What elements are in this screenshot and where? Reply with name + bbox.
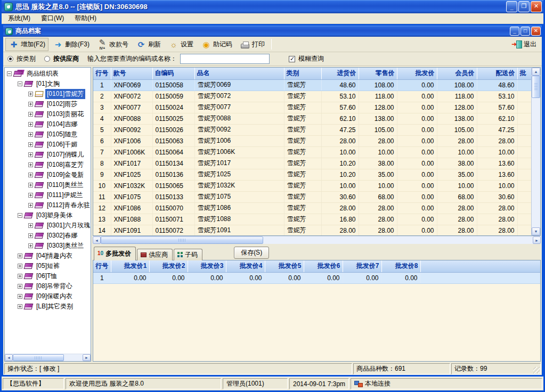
column-header-自编码[interactable]: 自编码 bbox=[152, 68, 194, 79]
tree-node-[0107]俏蝶儿[interactable]: [0107]俏蝶儿 bbox=[5, 150, 91, 160]
toolbar-button-设置[interactable]: ☼设置 bbox=[165, 38, 197, 51]
tree-node-[08]吊带背心[interactable]: [08]吊带背心 bbox=[5, 281, 91, 291]
expand-icon[interactable] bbox=[28, 243, 33, 248]
expand-icon[interactable] bbox=[28, 152, 33, 157]
radio-by-supplier[interactable] bbox=[44, 56, 50, 62]
scroll-down-icon[interactable]: ▼ bbox=[532, 227, 540, 235]
tree-node-[0104]吉娜[interactable]: [0104]吉娜 bbox=[5, 119, 91, 129]
tree-node-[0110]奥丝兰[interactable]: [0110]奥丝兰 bbox=[5, 180, 91, 190]
column-header-行号[interactable]: 行号 bbox=[93, 68, 111, 79]
scroll-up-icon[interactable]: ▲ bbox=[532, 68, 540, 76]
column-header-批发价1[interactable]: 批发价1 bbox=[111, 260, 149, 272]
table-row[interactable]: 9XNF102501150136雪妮芳1025雪妮芳10.2035.000.00… bbox=[93, 169, 539, 180]
column-header-品名[interactable]: 品名 bbox=[194, 68, 284, 79]
search-input[interactable] bbox=[180, 54, 270, 64]
tree-node-[01]文胸[interactable]: [01]文胸 bbox=[5, 79, 91, 89]
grid-vscroll-thumb[interactable] bbox=[532, 76, 540, 98]
tab-多批发价[interactable]: 10多批发价 bbox=[94, 247, 136, 260]
exit-button[interactable]: ➜ 退出 bbox=[508, 39, 540, 50]
expand-icon[interactable] bbox=[28, 233, 33, 238]
expand-icon[interactable] bbox=[28, 112, 33, 117]
table-row[interactable]: 5XNF009201150026雪妮芳0092雪妮芳47.25105.000.0… bbox=[93, 124, 539, 135]
save-button[interactable]: 保存(S) bbox=[234, 247, 269, 259]
inner-maximize-button[interactable]: □ bbox=[520, 27, 530, 36]
tree-scroll-thumb[interactable] bbox=[13, 354, 64, 361]
tree-node-[04]情趣内衣[interactable]: [04]情趣内衣 bbox=[5, 251, 91, 261]
tree-node-[0301]六月玫瑰[interactable]: [0301]六月玫瑰 bbox=[5, 220, 91, 231]
collapse-icon[interactable] bbox=[18, 213, 22, 218]
table-row[interactable]: 4XNF008801150025雪妮芳0088雪妮芳62.10138.000.0… bbox=[93, 113, 539, 124]
tree-node-[0112]青春永驻[interactable]: [0112]青春永驻 bbox=[5, 200, 91, 210]
tree-node-商品组织表[interactable]: 商品组织表 bbox=[5, 69, 91, 79]
minimize-button[interactable]: _ bbox=[506, 1, 517, 12]
table-row[interactable]: 13XNF108801150071雪妮芳1088雪妮芳16.8028.000.0… bbox=[93, 214, 539, 225]
expand-icon[interactable] bbox=[28, 203, 33, 208]
tree-node-[LB]其它类别[interactable]: [LB]其它类别 bbox=[5, 301, 91, 312]
restore-button[interactable]: ❐ bbox=[518, 1, 530, 12]
menu-item-窗口(W)[interactable]: 窗口(W) bbox=[36, 13, 69, 24]
inner-minimize-button[interactable]: _ bbox=[510, 27, 519, 36]
column-header-批发价6[interactable]: 批发价6 bbox=[304, 260, 343, 272]
column-header-行号[interactable]: 行号 bbox=[93, 260, 111, 272]
column-header-批发价2[interactable]: 批发价2 bbox=[149, 260, 188, 272]
tree-node-[09]保暖内衣[interactable]: [09]保暖内衣 bbox=[5, 291, 91, 301]
table-row[interactable]: 12XNF108601150070雪妮芳1086雪妮芳28.0028.000.0… bbox=[93, 202, 539, 214]
tree-node-[06]T恤[interactable]: [06]T恤 bbox=[5, 271, 91, 281]
scroll-right-icon[interactable]: ► bbox=[533, 236, 541, 244]
scroll-left-icon[interactable]: ◄ bbox=[93, 236, 101, 244]
toolbar-button-增加(F2)[interactable]: ✚增加(F2) bbox=[5, 38, 48, 51]
close-button[interactable]: ✕ bbox=[531, 1, 542, 12]
expand-icon[interactable] bbox=[18, 284, 22, 289]
column-header-批发价5[interactable]: 批发价5 bbox=[265, 260, 304, 272]
inner-close-button[interactable]: ✕ bbox=[531, 27, 541, 36]
resize-grip-icon[interactable] bbox=[533, 367, 540, 373]
column-header-类别[interactable]: 类别 bbox=[284, 68, 321, 79]
grid-horizontal-scrollbar[interactable]: ◄ ► bbox=[93, 236, 541, 244]
toolbar-button-改款号[interactable]: ✎IV+改款号 bbox=[94, 38, 132, 51]
toolbar-button-删除(F3)[interactable]: ➜删除(F3) bbox=[50, 38, 93, 51]
column-header-批发价4[interactable]: 批发价4 bbox=[226, 260, 265, 272]
table-row[interactable]: 14XNF109101150072雪妮芳1091雪妮芳28.0028.000.0… bbox=[93, 225, 539, 236]
column-header-进货价[interactable]: 进货价 bbox=[321, 68, 359, 79]
tree-node-[0109]金曼新[interactable]: [0109]金曼新 bbox=[5, 170, 91, 180]
expand-icon[interactable] bbox=[28, 92, 33, 96]
expand-icon[interactable] bbox=[28, 193, 33, 198]
tree-node-[05]短裤[interactable]: [05]短裤 bbox=[5, 261, 91, 271]
expand-icon[interactable] bbox=[28, 223, 33, 228]
table-row[interactable]: 2XNF007201150059雪妮芳0072雪妮芳53.10118.000.0… bbox=[93, 91, 539, 102]
column-header-批发价[interactable]: 批发价 bbox=[397, 68, 437, 79]
column-header-会员价[interactable]: 会员价 bbox=[437, 68, 477, 79]
tree-node-[0111]伊妮兰[interactable]: [0111]伊妮兰 bbox=[5, 190, 91, 200]
tree-node-[0108]嘉芝芳[interactable]: [0108]嘉芝芳 bbox=[5, 160, 91, 170]
tree-horizontal-scrollbar[interactable]: ◄ ► bbox=[5, 354, 91, 361]
grid-vertical-scrollbar[interactable]: ▲ ▼ bbox=[531, 68, 540, 235]
tree-node-[0302]春娜[interactable]: [0302]春娜 bbox=[5, 231, 91, 241]
expand-icon[interactable] bbox=[28, 162, 33, 167]
menu-item-系统(M)[interactable]: 系统(M) bbox=[3, 13, 36, 24]
table-row[interactable]: 8XNF101701150134雪妮芳1017雪妮芳10.2038.000.00… bbox=[93, 158, 539, 169]
grid-hscroll-thumb[interactable] bbox=[101, 236, 263, 244]
expand-icon[interactable] bbox=[28, 122, 33, 127]
toolbar-button-打印[interactable]: 打印 bbox=[237, 38, 268, 51]
expand-icon[interactable] bbox=[28, 183, 33, 187]
expand-icon[interactable] bbox=[28, 142, 33, 147]
expand-icon[interactable] bbox=[28, 173, 33, 177]
table-row[interactable]: 7XNF1006K01150064雪妮芳1006K雪妮芳10.0010.000.… bbox=[93, 146, 539, 158]
column-header-配送价[interactable]: 配送价 bbox=[477, 68, 517, 79]
scroll-right-icon[interactable]: ► bbox=[83, 354, 91, 361]
expand-icon[interactable] bbox=[28, 102, 33, 107]
tree-node-[0106]千媚[interactable]: [0106]千媚 bbox=[5, 140, 91, 150]
toolbar-button-刷新[interactable]: ⟳刷新 bbox=[133, 38, 164, 51]
table-row[interactable]: 6XNF100601150063雪妮芳1006雪妮芳28.0028.000.00… bbox=[93, 135, 539, 146]
collapse-icon[interactable] bbox=[18, 81, 22, 86]
column-header-零售价[interactable]: 零售价 bbox=[359, 68, 397, 79]
table-row[interactable]: 1XNF006901150058雪妮芳0069雪妮芳48.60108.000.0… bbox=[93, 79, 539, 91]
expand-icon[interactable] bbox=[18, 294, 22, 299]
tree-node-[0102]雨莎[interactable]: [0102]雨莎 bbox=[5, 99, 91, 109]
expand-icon[interactable] bbox=[18, 304, 22, 309]
tab-供应商[interactable]: 供应商 bbox=[137, 249, 173, 260]
column-header-批发价8[interactable]: 批发价8 bbox=[381, 260, 420, 272]
tree-node-[03]塑身美体[interactable]: [03]塑身美体 bbox=[5, 210, 91, 220]
column-header-批发价3[interactable]: 批发价3 bbox=[188, 260, 226, 272]
expand-icon[interactable] bbox=[28, 132, 33, 137]
